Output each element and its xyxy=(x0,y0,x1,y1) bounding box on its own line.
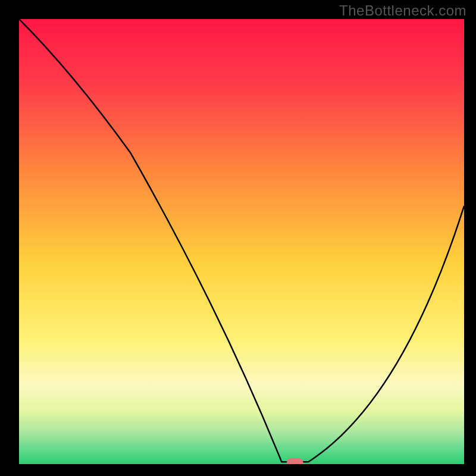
chart-container: TheBottleneck.com xyxy=(0,0,476,476)
chart-svg xyxy=(19,19,464,464)
plot-area xyxy=(19,19,464,464)
optimum-marker xyxy=(287,458,303,464)
watermark-text: TheBottleneck.com xyxy=(339,2,466,19)
gradient-background xyxy=(19,19,464,464)
